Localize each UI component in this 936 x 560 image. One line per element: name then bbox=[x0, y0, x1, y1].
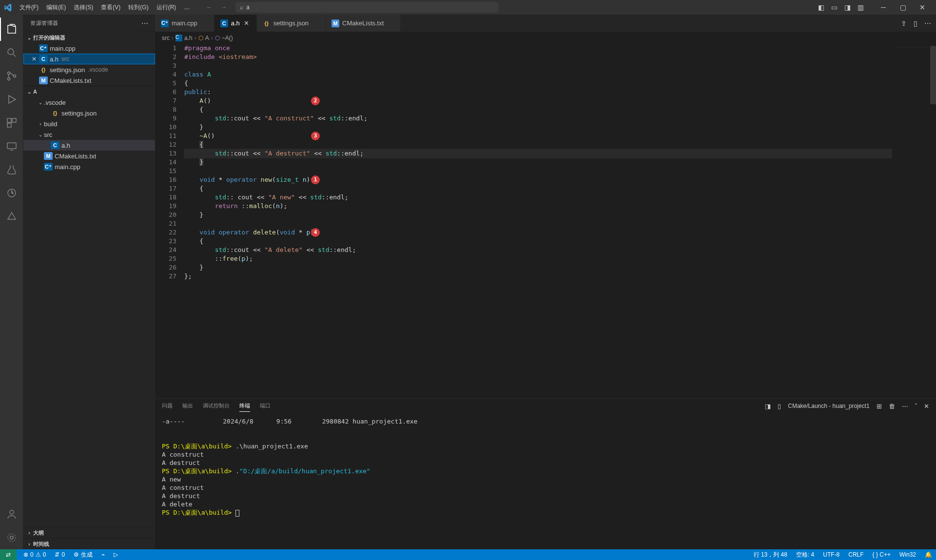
new-terminal-icon[interactable]: ⊞ bbox=[877, 403, 882, 410]
menu-item[interactable]: 运行(R) bbox=[153, 0, 180, 15]
minimize-button[interactable]: ─ bbox=[874, 0, 893, 15]
activity-debug[interactable] bbox=[0, 88, 23, 111]
annotation-badge: 1 bbox=[311, 175, 320, 184]
breadcrumb-part[interactable]: src bbox=[162, 35, 170, 41]
ports-icon: ⇵ bbox=[55, 551, 59, 558]
folder-item[interactable]: ⌄.vscode bbox=[23, 97, 155, 108]
chevron-down-icon: ⌄ bbox=[37, 100, 44, 105]
close-button[interactable]: ✕ bbox=[913, 0, 932, 15]
panel-tab[interactable]: 终端 bbox=[239, 400, 250, 412]
symbol-icon: ⬡ bbox=[198, 35, 203, 41]
open-editor-item[interactable]: MCMakeLists.txt bbox=[23, 75, 155, 86]
open-editor-item[interactable]: ✕Ca.hsrc bbox=[23, 54, 155, 64]
file-item[interactable]: {}settings.json bbox=[23, 108, 155, 118]
breadcrumb-part[interactable]: ~A() bbox=[222, 35, 233, 41]
close-icon[interactable]: ✕ bbox=[30, 56, 38, 62]
customize-layout-icon[interactable]: ▥ bbox=[858, 3, 864, 11]
panel-tab[interactable]: 问题 bbox=[162, 400, 173, 412]
folder-item[interactable]: ›build bbox=[23, 118, 155, 129]
file-item[interactable]: Ca.h bbox=[23, 140, 155, 151]
maximize-panel-icon[interactable]: ˆ bbox=[915, 403, 917, 410]
menu-item[interactable]: 文件(F) bbox=[16, 0, 42, 15]
notifications-icon[interactable]: 🔔 bbox=[923, 549, 934, 560]
folder-item[interactable]: ⌄src bbox=[23, 129, 155, 140]
open-editors-section[interactable]: ⌄ 打开的编辑器 bbox=[23, 32, 155, 43]
toggle-panel-bottom-icon[interactable]: ▭ bbox=[831, 3, 838, 11]
toggle-panel-right-icon[interactable]: ◨ bbox=[844, 3, 851, 11]
close-icon[interactable]: ✕ bbox=[243, 19, 251, 27]
run-launch[interactable]: ▷ bbox=[112, 549, 120, 560]
more-actions-icon[interactable]: ⋯ bbox=[924, 19, 931, 27]
activity-extensions[interactable] bbox=[0, 111, 23, 135]
breadcrumb-part[interactable]: A bbox=[205, 35, 209, 41]
timeline-section[interactable]: › 时间线 bbox=[23, 539, 155, 549]
folder-name: .vscode bbox=[44, 99, 66, 106]
more-actions-icon[interactable]: ⋯ bbox=[141, 19, 149, 27]
encoding-status[interactable]: UTF-8 bbox=[821, 549, 841, 560]
file-name: main.cpp bbox=[55, 163, 80, 171]
line-gutter: 1234567891011121314151617181920212223242… bbox=[155, 44, 184, 398]
file-icon: {} bbox=[39, 66, 48, 74]
activity-test[interactable] bbox=[0, 158, 23, 181]
breadcrumb-part[interactable]: a.h bbox=[184, 35, 193, 41]
menu-item[interactable]: 选择(S) bbox=[70, 0, 97, 15]
activity-account[interactable] bbox=[0, 502, 23, 526]
language-status[interactable]: { } C++ bbox=[871, 549, 893, 560]
build-status[interactable]: ⚙生成 bbox=[72, 549, 95, 560]
file-icon: M bbox=[39, 77, 48, 84]
file-icon: C bbox=[39, 55, 48, 63]
menu-item[interactable]: 查看(V) bbox=[97, 0, 124, 15]
activity-search[interactable] bbox=[0, 41, 23, 64]
terminal[interactable]: -a---- 2024/6/8 9:56 2980842 huan_projec… bbox=[155, 413, 936, 549]
file-item[interactable]: C⁺main.cpp bbox=[23, 161, 155, 172]
terminal-name[interactable]: CMake/Launch - huan_project1 bbox=[788, 403, 869, 409]
open-editor-item[interactable]: C⁺main.cpp bbox=[23, 43, 155, 54]
activity-scm[interactable] bbox=[0, 64, 23, 88]
chevron-right-icon: › bbox=[25, 541, 33, 547]
folder-section[interactable]: ⌄ A bbox=[23, 86, 155, 97]
editor-tab[interactable]: MCMakeLists.txt bbox=[326, 15, 401, 32]
menu-item[interactable]: … bbox=[180, 0, 194, 15]
panel-tab[interactable]: 端口 bbox=[260, 400, 271, 412]
activity-cmake[interactable] bbox=[0, 181, 23, 205]
cursor-position[interactable]: 行 13，列 48 bbox=[752, 549, 789, 560]
breadcrumb[interactable]: src › C a.h › ⬡ A › ⬡ ~A() bbox=[155, 32, 936, 44]
platform-status[interactable]: Win32 bbox=[897, 549, 918, 560]
nav-back-icon[interactable]: ← bbox=[203, 3, 215, 12]
panel-tab[interactable]: 输出 bbox=[182, 400, 193, 412]
file-item[interactable]: MCMakeLists.txt bbox=[23, 151, 155, 161]
problems-status[interactable]: ⊗0 ⚠0 bbox=[21, 549, 48, 560]
split-editor-icon[interactable]: ▯ bbox=[914, 19, 917, 27]
maximize-button[interactable]: ▢ bbox=[893, 0, 913, 15]
scrollbar-thumb[interactable] bbox=[930, 46, 936, 104]
kill-terminal-icon[interactable]: 🗑 bbox=[889, 403, 895, 410]
warning-icon: ⚠ bbox=[36, 551, 41, 558]
eol-status[interactable]: CRLF bbox=[846, 549, 865, 560]
minimap[interactable] bbox=[892, 44, 936, 398]
editor-tab[interactable]: Ca.h✕ bbox=[214, 15, 257, 32]
ports-status[interactable]: ⇵0 bbox=[53, 549, 67, 560]
code-editor[interactable]: #pragma once#include <iostream>class A{p… bbox=[184, 44, 892, 398]
panel-tab[interactable]: 调试控制台 bbox=[203, 400, 230, 412]
debug-launch[interactable]: ⌁ bbox=[99, 549, 107, 560]
command-center-search[interactable]: ⌕ a bbox=[235, 2, 499, 13]
indent-status[interactable]: 空格: 4 bbox=[794, 549, 816, 560]
editor-tab[interactable]: {}settings.json bbox=[257, 15, 326, 32]
activity-settings[interactable] bbox=[0, 526, 23, 549]
menu-item[interactable]: 编辑(E) bbox=[42, 0, 70, 15]
nav-forward-icon[interactable]: → bbox=[218, 3, 230, 12]
outline-section[interactable]: › 大纲 bbox=[23, 527, 155, 538]
toggle-panel-left-icon[interactable]: ◧ bbox=[818, 3, 824, 11]
menu-item[interactable]: 转到(G) bbox=[124, 0, 152, 15]
activity-remote[interactable] bbox=[0, 135, 23, 158]
split-terminal-icon[interactable]: ◨ bbox=[765, 403, 771, 410]
open-editor-item[interactable]: {}settings.json.vscode bbox=[23, 64, 155, 75]
chevron-right-icon: › bbox=[172, 35, 174, 41]
activity-extra[interactable] bbox=[0, 205, 23, 228]
compare-changes-icon[interactable]: ⇪ bbox=[901, 19, 907, 27]
more-actions-icon[interactable]: ⋯ bbox=[902, 403, 908, 410]
close-panel-icon[interactable]: ✕ bbox=[924, 403, 929, 410]
activity-explorer[interactable] bbox=[0, 18, 23, 41]
editor-tab[interactable]: C⁺main.cpp bbox=[155, 15, 214, 32]
remote-indicator[interactable]: ⇄ bbox=[0, 549, 17, 560]
